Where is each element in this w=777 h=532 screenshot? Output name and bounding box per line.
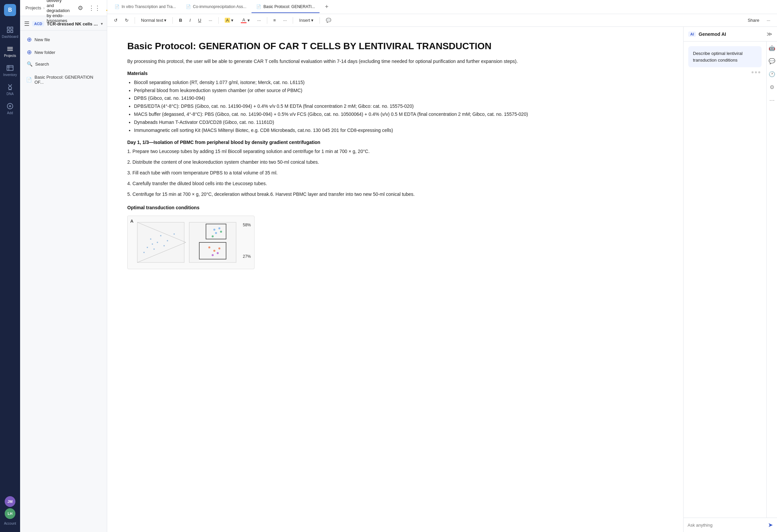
account-label: Account	[4, 522, 16, 525]
sidebar-item-dna[interactable]: DNA	[0, 80, 20, 99]
sidebar-item-inventory[interactable]: Inventory	[0, 61, 20, 80]
underline-button[interactable]: U	[195, 16, 204, 24]
dashboard-label: Dashboard	[2, 35, 18, 39]
add-label: Add	[7, 111, 13, 115]
sidebar-item-dashboard[interactable]: Dashboard	[0, 23, 20, 42]
sidebar-item-projects[interactable]: Projects	[0, 42, 20, 61]
svg-point-14	[153, 248, 155, 250]
svg-point-18	[147, 247, 148, 248]
breadcrumb-projects[interactable]: Projects	[25, 5, 41, 10]
share-button[interactable]: Share	[745, 16, 762, 24]
add-tab-button[interactable]: +	[322, 0, 332, 14]
text-color-chevron: ▾	[248, 18, 250, 23]
ai-more-icon[interactable]: ⋯	[769, 97, 775, 103]
app-logo[interactable]: B	[4, 4, 16, 16]
main-area: 📄 In vitro Transcription and Tra... 📄 Co…	[107, 0, 777, 532]
ai-chat-icon[interactable]: 💬	[769, 58, 775, 64]
list-item: Peripheral blood from leukoreduction sys…	[134, 87, 663, 95]
more-options-button[interactable]: ···	[764, 16, 773, 24]
bold-button[interactable]: B	[176, 16, 185, 24]
text-style-dropdown[interactable]: Normal text ▾	[138, 16, 169, 24]
svg-point-25	[218, 227, 220, 229]
tab1-icon: 📄	[115, 4, 120, 9]
ai-input-row: ➤	[684, 518, 777, 532]
svg-point-16	[152, 243, 153, 245]
svg-rect-2	[7, 30, 9, 32]
more-align-button[interactable]: ···	[281, 16, 290, 24]
ai-title: Genemod AI	[699, 31, 764, 37]
toolbar-divider-1	[135, 17, 135, 24]
text-style-label: Normal text	[141, 18, 163, 23]
italic-button[interactable]: I	[187, 16, 194, 24]
insert-button[interactable]: Insert ▾	[296, 16, 316, 24]
tab1-label: In vitro Transcription and Tra...	[122, 4, 176, 9]
search-icon: 🔍	[27, 61, 32, 67]
file-actions: ⊕ New file ⊕ New folder 🔍 Search	[20, 30, 107, 72]
ai-settings-icon[interactable]: ⚙	[770, 84, 774, 90]
grid-icon[interactable]: ⋮⋮	[88, 4, 100, 12]
svg-rect-4	[7, 66, 13, 71]
icon-sidebar: B Dashboard Projects Inventory DNA Add J…	[0, 0, 20, 532]
ai-side-panel: 🤖 💬 🕐 ⚙ ⋯	[766, 42, 777, 518]
account-section: JM LH Account	[4, 496, 16, 528]
dot-3	[758, 71, 760, 73]
chart-svg	[134, 219, 248, 266]
new-file-button[interactable]: ⊕ New file	[24, 34, 103, 45]
materials-list: Biocoll separating solution (RT, density…	[127, 79, 663, 135]
ai-input-field[interactable]	[688, 523, 765, 528]
more-format-button[interactable]: ···	[206, 16, 215, 24]
ai-send-button[interactable]: ➤	[768, 521, 773, 529]
tab3-icon: 📄	[256, 4, 261, 9]
breadcrumb-sep: ›	[43, 5, 45, 10]
insert-chevron: ▾	[311, 18, 313, 23]
svg-rect-3	[11, 30, 13, 32]
redo-button[interactable]: ↻	[122, 16, 131, 24]
avatar-jm[interactable]: JM	[5, 496, 15, 507]
list-item: MACS buffer (degassed, 4°-8°C): PBS (Gib…	[134, 110, 663, 119]
settings-icon[interactable]: ⚙	[78, 4, 83, 12]
tab-1[interactable]: 📄 In vitro Transcription and Tra...	[110, 1, 181, 13]
toolbar-divider-2	[172, 17, 173, 24]
tab-3[interactable]: 📄 Basic Protocol: GENERATI...	[252, 1, 320, 13]
new-folder-button[interactable]: ⊕ New folder	[24, 47, 103, 58]
dot-1	[752, 71, 754, 73]
svg-point-27	[220, 231, 222, 233]
svg-point-29	[208, 246, 210, 248]
svg-point-17	[167, 240, 168, 241]
document-intro: By processing this protocol, the user wi…	[127, 58, 663, 65]
tab-2[interactable]: 📄 Co-immunoprecipitation Ass...	[181, 1, 251, 13]
inventory-label: Inventory	[3, 73, 17, 77]
materials-heading: Materials	[127, 71, 663, 76]
highlight-icon: A	[225, 18, 230, 23]
hamburger-icon[interactable]: ☰	[24, 20, 29, 27]
step-4: 4. Carefully transfer the diluted blood …	[127, 180, 663, 188]
dna-label: DNA	[6, 92, 13, 96]
svg-point-28	[212, 235, 214, 237]
align-button[interactable]: ≡	[271, 16, 279, 24]
ai-expand-icon[interactable]: ≫	[767, 31, 772, 37]
search-button[interactable]: 🔍 Search	[24, 59, 103, 69]
project-title: TCR-dressed NK cells to k...	[47, 21, 98, 26]
sidebar-item-add[interactable]: Add	[0, 99, 20, 118]
document-area[interactable]: Basic Protocol: GENERATION OF CAR T CELL…	[107, 27, 683, 532]
file-doc-icon: 📄	[26, 77, 32, 82]
ai-robot-icon[interactable]: 🤖	[769, 45, 775, 51]
text-color-button[interactable]: A ▾	[238, 16, 253, 24]
more-color-button[interactable]: ···	[255, 16, 264, 24]
comment-button[interactable]: 💬	[323, 16, 334, 24]
avatar-lh[interactable]: LH	[5, 508, 15, 519]
ai-history-icon[interactable]: 🕐	[769, 71, 775, 77]
list-item: DPBS/EDTA (4°-8°C): DPBS (Gibco, cat. no…	[134, 102, 663, 110]
content-row: Basic Protocol: GENERATION OF CAR T CELL…	[107, 27, 777, 532]
chevron-down-icon[interactable]: ▾	[101, 21, 103, 26]
highlight-chevron: ▾	[231, 18, 233, 23]
ai-badge: AI	[688, 31, 696, 37]
tab3-label: Basic Protocol: GENERATI...	[263, 4, 315, 9]
file-item-active[interactable]: 📄 Basic Protocol: GENERATION OF...	[22, 72, 105, 87]
svg-point-20	[143, 252, 145, 253]
svg-point-31	[218, 247, 220, 249]
tab2-icon: 📄	[186, 4, 191, 9]
highlight-button[interactable]: A ▾	[222, 16, 236, 24]
day1-heading: Day 1, 1/3—Isolation of PBMC from periph…	[127, 140, 663, 145]
undo-button[interactable]: ↺	[111, 16, 120, 24]
